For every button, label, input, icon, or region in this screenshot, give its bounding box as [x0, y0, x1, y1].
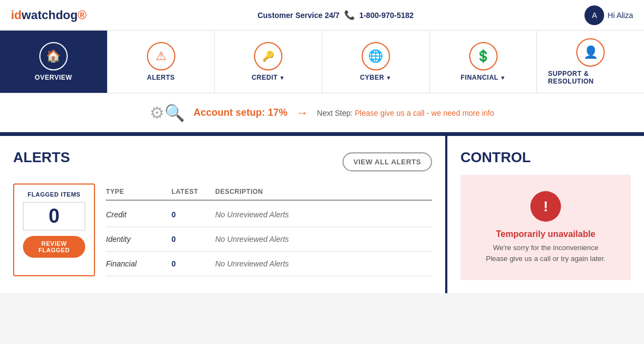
table-row: Financial 0 No Unreviewed Alerts	[106, 252, 432, 276]
unavailable-title: Temporarily unavailable	[471, 229, 620, 239]
nav-label-financial: FINANCIAL ▼	[460, 74, 506, 81]
chevron-down-icon: ▼	[279, 75, 285, 81]
main-nav: 🏠 OVERVIEW ⚠ ALERTS 🔑 CREDIT ▼ 🌐 CYBER ▼…	[0, 31, 644, 93]
arrow-right-icon: →	[296, 106, 308, 120]
alerts-inner: FLAGGED ITEMS 0 REVIEW FLAGGED TYPE LATE…	[13, 183, 432, 276]
logo: idwatchdog®	[11, 8, 86, 22]
nav-label-overview: OVERVIEW	[35, 74, 72, 81]
row-desc-identity: No Unreviewed Alerts	[215, 235, 432, 244]
row-count-credit: 0	[172, 210, 215, 219]
chevron-down-icon: ▼	[386, 75, 391, 81]
flagged-items-box: FLAGGED ITEMS 0 REVIEW FLAGGED	[13, 183, 95, 276]
alerts-table: TYPE LATEST DESCRIPTION Credit 0 No Unre…	[106, 183, 432, 276]
row-desc-financial: No Unreviewed Alerts	[215, 259, 432, 268]
setup-bar: ⚙🔍 Account setup: 17% → Next Step: Pleas…	[0, 93, 644, 134]
row-type-financial: Financial	[106, 259, 172, 268]
nav-item-cyber[interactable]: 🌐 CYBER ▼	[322, 31, 430, 93]
table-row: Credit 0 No Unreviewed Alerts	[106, 203, 432, 227]
nav-item-overview[interactable]: 🏠 OVERVIEW	[0, 31, 108, 93]
main-content: ALERTS VIEW ALL ALERTS FLAGGED ITEMS 0 R…	[0, 136, 644, 293]
credit-icon: 🔑	[254, 42, 282, 70]
flagged-count: 0	[23, 202, 85, 230]
phone-icon: 📞	[344, 10, 355, 20]
customer-service: Customer Service 24/7 📞 1-800-970-5182	[257, 10, 413, 20]
row-type-credit: Credit	[106, 210, 172, 219]
alerts-section: ALERTS VIEW ALL ALERTS FLAGGED ITEMS 0 R…	[0, 136, 447, 293]
nav-label-support: SUPPORT & RESOLUTION	[548, 70, 633, 85]
control-unavailable-box: ! Temporarily unavailable We're sorry fo…	[460, 175, 631, 280]
row-count-financial: 0	[172, 259, 215, 268]
overview-icon: 🏠	[39, 42, 68, 70]
nav-label-cyber: CYBER ▼	[360, 74, 392, 81]
row-count-identity: 0	[172, 235, 215, 244]
review-flagged-button[interactable]: REVIEW FLAGGED	[23, 236, 85, 258]
nav-item-support[interactable]: 👤 SUPPORT & RESOLUTION	[537, 31, 644, 93]
financial-icon: 💲	[469, 42, 498, 70]
support-icon: 👤	[576, 38, 605, 67]
row-desc-credit: No Unreviewed Alerts	[215, 210, 432, 219]
col-type: TYPE	[106, 188, 172, 195]
logo-dot: ®	[78, 8, 86, 22]
error-icon: !	[530, 191, 561, 222]
control-section: CONTROL ! Temporarily unavailable We're …	[447, 136, 644, 293]
alerts-title: ALERTS	[13, 149, 70, 166]
setup-next-step: Next Step: Please give us a call - we ne…	[317, 109, 494, 117]
col-description: DESCRIPTION	[215, 188, 432, 195]
nav-label-credit: CREDIT ▼	[252, 74, 285, 81]
unavailable-desc: We're sorry for the inconvenience Please…	[471, 242, 620, 264]
setup-next-link[interactable]: Please give us a call - we need more inf…	[355, 109, 494, 117]
nav-item-alerts[interactable]: ⚠ ALERTS	[108, 31, 215, 93]
customer-service-label: Customer Service 24/7	[257, 11, 339, 20]
avatar: A	[584, 5, 604, 25]
nav-item-credit[interactable]: 🔑 CREDIT ▼	[215, 31, 322, 93]
phone-link[interactable]: 1-800-970-5182	[359, 11, 414, 20]
settings-icon: ⚙🔍	[150, 103, 185, 122]
cyber-icon: 🌐	[362, 42, 390, 70]
table-row: Identity 0 No Unreviewed Alerts	[106, 227, 432, 252]
user-greeting: Hi Aliza	[607, 11, 633, 20]
logo-watchdog: watchdog	[22, 8, 78, 22]
nav-item-financial[interactable]: 💲 FINANCIAL ▼	[430, 31, 537, 93]
setup-percent: 17%	[268, 107, 287, 118]
flagged-label: FLAGGED ITEMS	[23, 191, 85, 198]
setup-text: Account setup: 17%	[193, 107, 287, 118]
view-all-alerts-button[interactable]: VIEW ALL ALERTS	[342, 152, 432, 171]
user-area: A Hi Aliza	[584, 5, 633, 25]
table-header: TYPE LATEST DESCRIPTION	[106, 183, 432, 200]
header: idwatchdog® Customer Service 24/7 📞 1-80…	[0, 0, 644, 31]
control-title: CONTROL	[460, 149, 631, 166]
chevron-down-icon: ▼	[500, 75, 505, 81]
row-type-identity: Identity	[106, 235, 172, 244]
main-wrapper: ALERTS VIEW ALL ALERTS FLAGGED ITEMS 0 R…	[0, 134, 644, 293]
col-latest: LATEST	[172, 188, 215, 195]
logo-id: id	[11, 8, 22, 22]
nav-label-alerts: ALERTS	[147, 74, 175, 81]
alerts-icon: ⚠	[147, 42, 175, 70]
